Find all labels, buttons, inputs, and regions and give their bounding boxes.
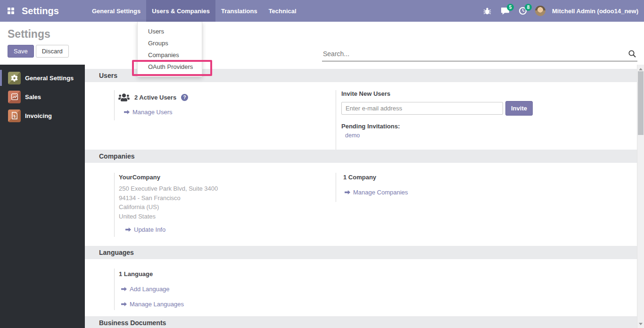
arrow-right-icon (124, 109, 130, 115)
top-navbar: Settings General Settings Users & Compan… (0, 0, 644, 22)
arrow-right-icon (345, 190, 350, 195)
sidebar-item-label: Invoicing (25, 112, 52, 119)
messages-count-badge: 5 (507, 4, 514, 11)
debug-bug-icon[interactable] (481, 5, 493, 17)
company-address-line: 94134 - San Francisco (119, 193, 336, 203)
svg-text:$: $ (13, 114, 16, 118)
manage-users-link[interactable]: Manage Users (124, 109, 336, 116)
arrow-right-icon (121, 302, 127, 307)
invoice-icon: $ (8, 109, 21, 122)
settings-sidebar: General Settings Sales $ Invoicing (0, 65, 85, 328)
apps-grid-icon (8, 8, 14, 14)
manage-companies-link[interactable]: Manage Companies (345, 189, 637, 196)
search-icon[interactable] (628, 50, 636, 60)
messages-menu-button[interactable]: 5 (499, 5, 511, 17)
pending-user-link[interactable]: demo (345, 132, 360, 139)
menu-general-settings[interactable]: General Settings (86, 0, 146, 22)
sales-chart-icon (8, 91, 21, 103)
company-count: 1 Company (343, 174, 637, 181)
sidebar-item-label: Sales (25, 93, 41, 101)
company-address-line: 250 Executive Park Blvd, Suite 3400 (119, 184, 336, 193)
language-count: 1 Language (119, 270, 336, 278)
save-button[interactable]: Save (8, 45, 34, 58)
active-users-count: 2 Active Users (134, 94, 176, 101)
odoo-settings-screen: Settings General Settings Users & Compan… (0, 0, 644, 328)
search-input[interactable] (322, 48, 619, 58)
companies-section: YourCompany 250 Executive Park Blvd, Sui… (85, 163, 637, 246)
arrow-right-icon (125, 227, 131, 232)
activities-count-badge: 8 (525, 4, 532, 11)
add-language-link[interactable]: Add Language (121, 286, 336, 293)
users-section: 2 Active Users ? Manage Users Invite New… (85, 82, 637, 150)
invite-email-field[interactable] (341, 102, 503, 115)
dropdown-item-oauth-providers[interactable]: OAuth Providers (138, 61, 202, 73)
systray: 5 8 Mitchell Admin (odoo14_new) (481, 0, 644, 22)
discard-button[interactable]: Discard (36, 45, 69, 58)
sidebar-item-invoicing[interactable]: $ Invoicing (0, 106, 85, 125)
arrow-right-icon (121, 286, 127, 292)
vertical-scrollbar[interactable] (637, 65, 644, 328)
apps-menu-button[interactable] (0, 0, 22, 22)
top-menu: General Settings Users & Companies Trans… (86, 0, 302, 22)
dropdown-item-companies[interactable]: Companies (138, 49, 202, 61)
sidebar-item-general-settings[interactable]: General Settings (0, 68, 85, 87)
search-bar (322, 48, 637, 61)
pending-invitations-label: Pending Invitations: (341, 123, 637, 130)
languages-box: 1 Language Add Language Manage Languages (114, 269, 336, 310)
gear-icon (8, 72, 21, 84)
user-menu-button[interactable]: Mitchell Admin (odoo14_new) (552, 8, 638, 15)
invite-users-box: Invite New Users Invite Pending Invitati… (336, 90, 637, 150)
update-info-link[interactable]: Update Info (125, 226, 336, 233)
users-group-icon (118, 93, 130, 102)
languages-section: 1 Language Add Language Manage Languages (85, 259, 637, 316)
app-brand-title[interactable]: Settings (22, 0, 59, 22)
scroll-down-arrow-icon[interactable] (637, 320, 644, 327)
page-title: Settings (8, 28, 644, 41)
company-address-line: United States (119, 212, 336, 221)
user-avatar[interactable] (535, 6, 545, 16)
company-count-box: 1 Company Manage Companies (336, 173, 637, 202)
company-address-line: California (US) (119, 202, 336, 212)
active-users-box: 2 Active Users ? Manage Users (114, 90, 336, 120)
invite-button[interactable]: Invite (505, 101, 533, 116)
activities-menu-button[interactable]: 8 (517, 5, 528, 17)
menu-users-companies[interactable]: Users & Companies (146, 0, 215, 22)
sidebar-item-label: General Settings (25, 75, 74, 82)
section-header-companies: Companies (85, 150, 637, 163)
section-header-languages: Languages (85, 246, 637, 259)
control-panel: Settings Save Discard (0, 22, 644, 65)
company-name: YourCompany (119, 174, 336, 181)
users-companies-dropdown: Users Groups Companies OAuth Providers (137, 22, 202, 77)
company-info-box: YourCompany 250 Executive Park Blvd, Sui… (114, 173, 336, 237)
dropdown-item-users[interactable]: Users (138, 25, 202, 37)
menu-translations[interactable]: Translations (215, 0, 263, 22)
scrollbar-thumb[interactable] (638, 71, 644, 135)
menu-technical[interactable]: Technical (263, 0, 302, 22)
settings-content: Users 2 Active Users ? Manage Users Invi… (85, 65, 637, 328)
manage-languages-link[interactable]: Manage Languages (121, 301, 336, 308)
dropdown-item-groups[interactable]: Groups (138, 37, 202, 49)
sidebar-item-sales[interactable]: Sales (0, 87, 85, 106)
section-header-business-documents: Business Documents (85, 316, 637, 328)
invite-new-users-label: Invite New Users (341, 90, 637, 97)
help-icon[interactable]: ? (181, 94, 188, 101)
